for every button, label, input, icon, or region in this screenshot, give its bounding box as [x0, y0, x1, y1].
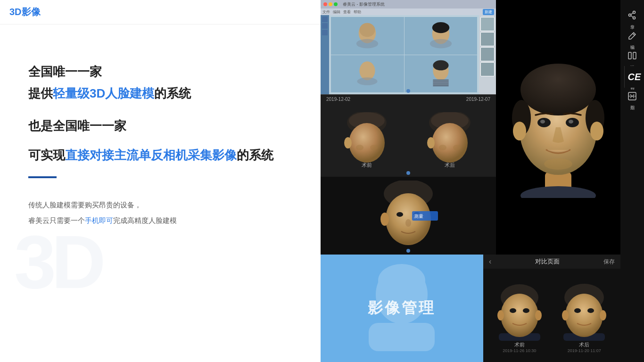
- slogan-line-4: 可实现直接对接主流单反相机采集影像的系统: [28, 146, 292, 165]
- toolbar-edit[interactable]: 编辑: [621, 28, 644, 44]
- svg-point-29: [396, 212, 403, 217]
- nav-dot-2[interactable]: [406, 171, 410, 175]
- bottom-comparison-panel: ‹ 对比页面 保存: [483, 255, 620, 362]
- face-after: 术后: [419, 112, 480, 169]
- top-bar: 3D影像: [0, 0, 321, 25]
- bottom-date-before: 2019-11-26 10:30: [503, 348, 536, 353]
- face3d-rotating: 测量: [321, 177, 496, 255]
- svg-point-48: [378, 264, 425, 297]
- svg-point-9: [433, 60, 448, 71]
- date1: 2019-12-02: [326, 97, 350, 102]
- svg-line-70: [633, 33, 635, 35]
- sw-menu-edit[interactable]: 编辑: [333, 9, 340, 15]
- bottom-face-pair: 术前 2019-11-26 10:30: [483, 269, 620, 362]
- right-panel: 睿美云 - 影像管理系统 文件 编辑 查看 帮助 新建: [321, 0, 644, 362]
- toolbar-draw[interactable]: 划图: [621, 89, 644, 105]
- sw-title: 睿美云 - 影像管理系统: [343, 1, 385, 8]
- svg-point-65: [633, 11, 636, 14]
- slogan-line-1: 全国唯一一家: [28, 62, 292, 82]
- svg-point-7: [357, 78, 378, 86]
- toolbar-share[interactable]: 分享: [621, 8, 644, 24]
- svg-point-16: [349, 123, 385, 163]
- photo-cell-4: [405, 55, 478, 93]
- label-after: 术后: [445, 162, 455, 169]
- nav-dot-3[interactable]: [406, 249, 410, 253]
- svg-point-55: [510, 308, 516, 313]
- sw-menu-file[interactable]: 文件: [322, 9, 330, 15]
- svg-rect-49: [369, 323, 435, 351]
- large-face-section: [496, 0, 620, 255]
- bottom-section: 影像管理 ‹ 对比页面 保存: [321, 255, 620, 362]
- svg-text:测量: 测量: [414, 214, 423, 219]
- photo-cell-2: [405, 17, 478, 55]
- watermark-text: 3D: [14, 219, 101, 305]
- svg-point-22: [432, 123, 468, 163]
- svg-point-56: [523, 308, 529, 313]
- svg-point-66: [633, 17, 636, 19]
- svg-point-2: [356, 39, 378, 48]
- content-area: 全国唯一一家 提供轻量级3D人脸建模的系统 也是全国唯一一家 可实现直接对接主流…: [0, 25, 321, 362]
- bottom-face-before: 术前 2019-11-26 10:30: [492, 278, 547, 353]
- photo-cell-3: [331, 55, 404, 93]
- svg-point-31: [405, 219, 411, 227]
- sw-btn-new[interactable]: 新建: [483, 9, 494, 15]
- svg-rect-10: [433, 80, 448, 87]
- back-arrow-icon[interactable]: ‹: [489, 257, 491, 266]
- svg-point-23: [427, 137, 435, 148]
- divider: [28, 176, 57, 178]
- svg-point-67: [629, 14, 631, 16]
- bottom-date-after: 2019-11-20 11:07: [568, 348, 601, 353]
- ce-text: CE: [628, 72, 641, 82]
- logo-title: 3D影像: [9, 6, 41, 18]
- comparison-dates: 2019-12-02 2019-12-07: [321, 95, 496, 104]
- face-before: 术前: [336, 112, 397, 169]
- svg-point-62: [574, 308, 581, 313]
- software-screenshot: 睿美云 - 影像管理系统 文件 编辑 查看 帮助 新建: [321, 0, 496, 94]
- sw-sidebar: [321, 15, 329, 94]
- slogan-line-3: 也是全国唯一一家: [28, 116, 292, 136]
- bottom-label-before: 术前: [514, 341, 525, 348]
- bottom-yingxiang-panel: 影像管理: [321, 255, 483, 362]
- bottom-label-after: 术后: [579, 341, 589, 348]
- bottom-header: ‹ 对比页面 保存: [483, 255, 620, 269]
- svg-point-41: [590, 122, 603, 140]
- bottom-face-after: 术后 2019-11-20 11:07: [556, 278, 612, 353]
- svg-point-52: [501, 294, 538, 337]
- nav-dot[interactable]: [406, 89, 410, 93]
- svg-point-25: [453, 145, 461, 150]
- svg-point-64: [572, 328, 596, 336]
- svg-point-44: [540, 120, 545, 123]
- svg-point-5: [430, 39, 452, 48]
- date2: 2019-12-07: [466, 97, 490, 102]
- svg-point-46: [544, 158, 572, 170]
- yingxiang-label: 影像管理: [368, 298, 436, 319]
- sw-thumbs: [479, 15, 496, 94]
- svg-point-4: [432, 22, 449, 33]
- svg-point-40: [513, 122, 526, 140]
- sw-menu-help[interactable]: 帮助: [354, 9, 361, 15]
- sw-menu-view[interactable]: 查看: [343, 9, 351, 15]
- label-before: 术前: [362, 162, 372, 169]
- svg-point-61: [600, 310, 606, 321]
- svg-point-54: [535, 310, 542, 321]
- ce-badge: CE: [624, 66, 644, 88]
- svg-point-37: [520, 64, 596, 115]
- svg-rect-72: [633, 52, 636, 59]
- slogan-line-2: 提供轻量级3D人脸建模的系统: [28, 84, 292, 104]
- svg-point-28: [380, 213, 389, 226]
- photo-cell-1: [331, 17, 404, 55]
- svg-point-60: [562, 310, 569, 321]
- face-pair: 术前: [321, 104, 496, 177]
- desc-1: 传统人脸建模需要购买昂贵的设备，: [28, 197, 292, 213]
- left-panel: 3D影像 3D 全国唯一一家 提供轻量级3D人脸建模的系统 也是全国唯一一家 可…: [0, 0, 321, 362]
- comparison-title: 对比页面: [535, 257, 560, 266]
- right-toolbar: 分享 编辑 对比 咨询: [620, 0, 644, 362]
- save-button[interactable]: 保存: [603, 258, 615, 266]
- toolbar-compare[interactable]: 对比: [621, 48, 644, 65]
- svg-line-69: [631, 16, 633, 17]
- svg-point-24: [439, 145, 446, 150]
- svg-point-19: [370, 145, 378, 150]
- svg-rect-71: [628, 52, 631, 59]
- face-comparison-panel: 2019-12-02 2019-12-07: [321, 94, 496, 177]
- svg-point-35: [520, 186, 596, 198]
